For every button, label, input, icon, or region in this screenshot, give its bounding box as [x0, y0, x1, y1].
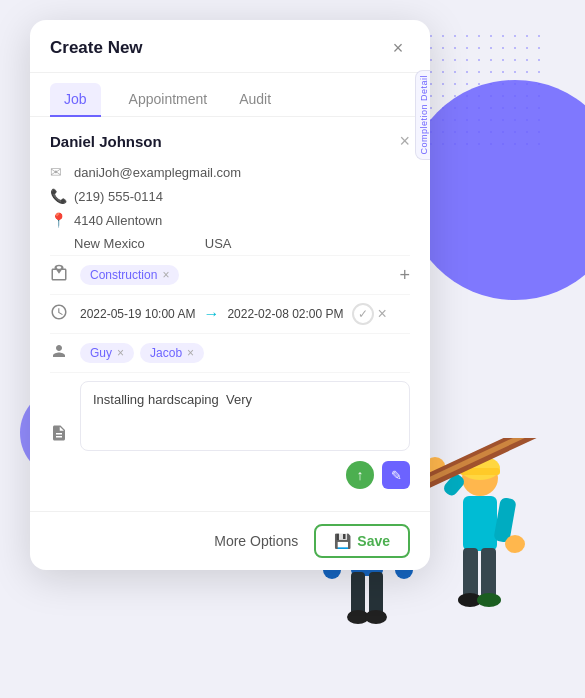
- modal-body: Daniel Johnson × ✉ daniJoh@examplegmail.…: [30, 117, 430, 511]
- assignee-chip-guy: Guy ×: [80, 343, 134, 363]
- person-icon: [50, 342, 80, 364]
- assignee-chip-guy-label: Guy: [90, 346, 112, 360]
- tab-job[interactable]: Job: [50, 83, 101, 117]
- date-row: 2022-05-19 10:00 AM → 2022-02-08 02:00 P…: [80, 303, 387, 325]
- notes-container: Installing hardscaping Very ↑ ✎: [80, 381, 410, 489]
- email-value: daniJoh@examplegmail.com: [74, 165, 241, 180]
- customer-row: Daniel Johnson ×: [50, 131, 410, 152]
- tab-audit[interactable]: Audit: [235, 83, 275, 117]
- modal-footer: More Options 💾 Save: [30, 511, 430, 570]
- assignees-row: Guy × Jacob ×: [50, 333, 410, 372]
- category-chip-label: Construction: [90, 268, 157, 282]
- svg-rect-20: [463, 548, 478, 598]
- save-label: Save: [357, 533, 390, 549]
- assignees-chips: Guy × Jacob ×: [80, 343, 410, 363]
- svg-point-11: [365, 610, 387, 624]
- schedule-check-button[interactable]: ✓: [352, 303, 374, 325]
- start-date: 2022-05-19 10:00 AM: [80, 307, 195, 321]
- modal-close-button[interactable]: ×: [386, 36, 410, 60]
- notes-row: Installing hardscaping Very ↑ ✎: [50, 372, 410, 497]
- email-row: ✉ daniJoh@examplegmail.com: [50, 160, 410, 184]
- category-chips: Construction ×: [80, 265, 399, 285]
- notes-textarea[interactable]: Installing hardscaping Very: [80, 381, 410, 451]
- phone-value: (219) 555-0114: [74, 189, 163, 204]
- tab-appointment[interactable]: Appointment: [125, 83, 212, 117]
- address-value: 4140 Allentown: [74, 213, 162, 228]
- assignee-chip-guy-remove[interactable]: ×: [117, 346, 124, 360]
- address-icon: 📍: [50, 212, 74, 228]
- save-icon: 💾: [334, 533, 351, 549]
- notes-icon: [50, 424, 80, 446]
- state-value: New Mexico: [74, 236, 145, 251]
- assignee-chip-jacob-remove[interactable]: ×: [187, 346, 194, 360]
- svg-rect-15: [463, 496, 497, 551]
- modal-header: Create New ×: [30, 20, 430, 73]
- category-add-button[interactable]: +: [399, 265, 410, 286]
- svg-point-23: [477, 593, 501, 607]
- assignee-chip-jacob: Jacob ×: [140, 343, 204, 363]
- phone-row: 📞 (219) 555-0114: [50, 184, 410, 208]
- schedule-row: 2022-05-19 10:00 AM → 2022-02-08 02:00 P…: [50, 294, 410, 333]
- notes-upload-button[interactable]: ↑: [346, 461, 374, 489]
- category-chip-remove[interactable]: ×: [162, 268, 169, 282]
- category-row: Construction × +: [50, 255, 410, 294]
- end-date: 2022-02-08 02:00 PM: [227, 307, 343, 321]
- location-row: New Mexico USA: [50, 232, 410, 255]
- customer-name: Daniel Johnson: [50, 133, 162, 150]
- schedule-content: 2022-05-19 10:00 AM → 2022-02-08 02:00 P…: [80, 303, 410, 325]
- address-row: 📍 4140 Allentown: [50, 208, 410, 232]
- modal-title: Create New: [50, 38, 143, 58]
- customer-clear-button[interactable]: ×: [399, 131, 410, 152]
- more-options-button[interactable]: More Options: [214, 533, 298, 549]
- country-value: USA: [205, 236, 232, 251]
- date-actions: ✓ ×: [352, 303, 387, 325]
- edit-icon: ✎: [391, 468, 402, 483]
- modal-tabs: Job Appointment Audit Completion Detail: [30, 73, 430, 117]
- assignee-chip-jacob-label: Jacob: [150, 346, 182, 360]
- schedule-clear-button[interactable]: ×: [378, 305, 387, 323]
- phone-icon: 📞: [50, 188, 74, 204]
- clock-icon: [50, 303, 80, 325]
- upload-icon: ↑: [357, 467, 364, 483]
- date-arrow-icon: →: [203, 305, 219, 323]
- svg-rect-21: [481, 548, 496, 598]
- svg-point-19: [505, 535, 525, 553]
- save-button[interactable]: 💾 Save: [314, 524, 410, 558]
- notes-edit-button[interactable]: ✎: [382, 461, 410, 489]
- notes-actions: ↑ ✎: [80, 461, 410, 489]
- category-icon: [50, 264, 80, 286]
- category-chip-construction: Construction ×: [80, 265, 179, 285]
- create-new-modal: Create New × Job Appointment Audit Compl…: [30, 20, 430, 570]
- email-icon: ✉: [50, 164, 74, 180]
